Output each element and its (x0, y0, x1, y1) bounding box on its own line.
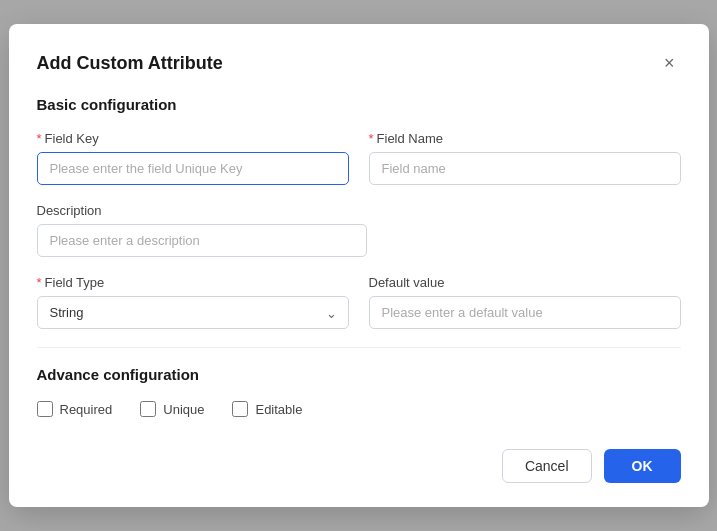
field-key-label: * Field Key (37, 131, 349, 146)
editable-checkbox-label: Editable (255, 402, 302, 417)
field-key-input[interactable] (37, 152, 349, 185)
field-key-required-star: * (37, 131, 42, 146)
default-value-label: Default value (369, 275, 681, 290)
required-checkbox-label: Required (60, 402, 113, 417)
field-type-default-value-row: * Field Type String Number Boolean Date … (37, 275, 681, 329)
unique-checkbox-label: Unique (163, 402, 204, 417)
field-type-required-star: * (37, 275, 42, 290)
field-name-group: * Field Name (369, 131, 681, 185)
advance-section-title: Advance configuration (37, 366, 681, 383)
description-group: Description (37, 203, 367, 257)
ok-button[interactable]: OK (604, 449, 681, 483)
section-divider (37, 347, 681, 348)
description-row: Description (37, 203, 681, 257)
required-checkbox[interactable] (37, 401, 53, 417)
modal-footer: Cancel OK (37, 449, 681, 483)
unique-checkbox-item[interactable]: Unique (140, 401, 204, 417)
checkboxes-row: Required Unique Editable (37, 401, 681, 417)
close-button[interactable]: × (658, 52, 681, 74)
field-key-field-name-row: * Field Key * Field Name (37, 131, 681, 185)
field-key-group: * Field Key (37, 131, 349, 185)
basic-section-title: Basic configuration (37, 96, 681, 113)
field-type-select[interactable]: String Number Boolean Date (37, 296, 349, 329)
default-value-group: Default value (369, 275, 681, 329)
modal-overlay: Add Custom Attribute × Basic configurati… (0, 0, 717, 531)
modal-title: Add Custom Attribute (37, 53, 223, 74)
field-name-required-star: * (369, 131, 374, 146)
basic-configuration-section: Basic configuration * Field Key * Field … (37, 96, 681, 329)
field-name-label: * Field Name (369, 131, 681, 146)
description-label: Description (37, 203, 367, 218)
add-custom-attribute-modal: Add Custom Attribute × Basic configurati… (9, 24, 709, 507)
editable-checkbox-item[interactable]: Editable (232, 401, 302, 417)
advance-configuration-section: Advance configuration Required Unique Ed… (37, 356, 681, 417)
default-value-input[interactable] (369, 296, 681, 329)
field-type-label: * Field Type (37, 275, 349, 290)
cancel-button[interactable]: Cancel (502, 449, 592, 483)
editable-checkbox[interactable] (232, 401, 248, 417)
unique-checkbox[interactable] (140, 401, 156, 417)
required-checkbox-item[interactable]: Required (37, 401, 113, 417)
field-name-input[interactable] (369, 152, 681, 185)
modal-header: Add Custom Attribute × (37, 52, 681, 74)
description-input[interactable] (37, 224, 367, 257)
field-type-select-wrapper: String Number Boolean Date ⌄ (37, 296, 349, 329)
field-type-group: * Field Type String Number Boolean Date … (37, 275, 349, 329)
